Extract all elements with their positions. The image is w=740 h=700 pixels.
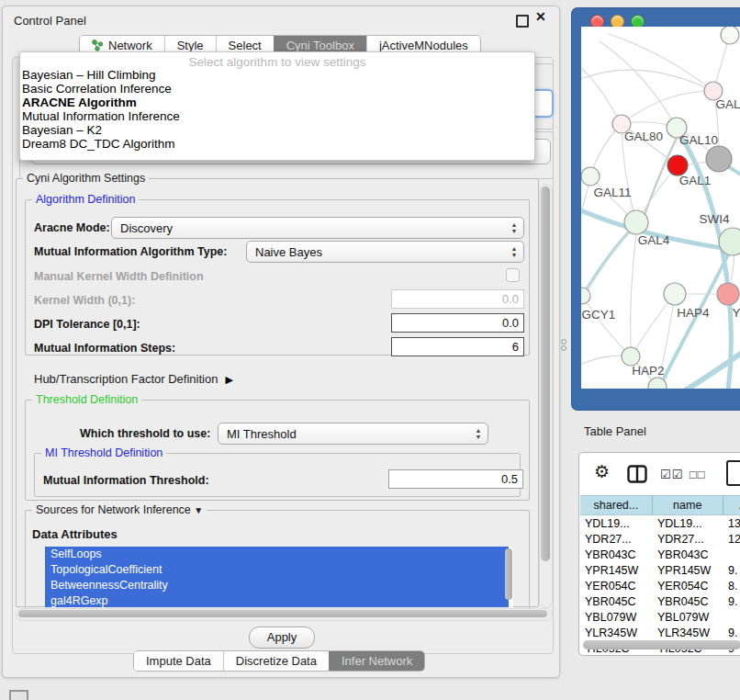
- table-cell: YBR043C: [653, 548, 723, 561]
- table-cell: YBR045C: [580, 595, 653, 608]
- network-node-y[interactable]: [717, 283, 739, 305]
- network-edge: [581, 70, 713, 91]
- mi-threshold-field[interactable]: 0.5: [388, 469, 523, 489]
- data-attribute-item[interactable]: BetweennessCentrality: [45, 578, 509, 593]
- panel-splitter-grip[interactable]: [561, 338, 566, 349]
- data-attribute-item[interactable]: SelfLoops: [45, 547, 509, 562]
- select-all-icon[interactable]: ☑☑: [660, 468, 683, 481]
- combo-arrows-icon: ▲▼: [507, 245, 523, 258]
- node-label-gal11: GAL11: [593, 186, 631, 199]
- deselect-all-icon[interactable]: □□: [690, 468, 706, 481]
- network-node[interactable]: [721, 27, 739, 44]
- control-panel-title: Control Panel: [14, 12, 86, 30]
- network-node[interactable]: [706, 146, 732, 172]
- table-row[interactable]: YDL19...YDL19...13: [580, 515, 740, 531]
- tab-label: Style: [177, 39, 204, 52]
- network-node-hap2[interactable]: [622, 347, 640, 366]
- tab-infer-network[interactable]: Infer Network: [329, 651, 424, 671]
- network-edge: [631, 234, 636, 347]
- table-hscrollbar-thumb[interactable]: [583, 640, 740, 649]
- node-label-gal10: GAL10: [679, 133, 718, 147]
- column-header-name[interactable]: name: [653, 495, 723, 515]
- node-label-hap4: HAP4: [677, 306, 710, 320]
- table-row[interactable]: YBL079WYBL079W: [580, 609, 740, 625]
- apply-button[interactable]: Apply: [249, 627, 315, 649]
- table-cell: 13: [723, 517, 740, 530]
- network-node-gal4[interactable]: [624, 210, 648, 234]
- table-cell: YBR043C: [580, 548, 653, 561]
- table-panel-strip: Table Panel: [564, 413, 740, 448]
- cyni-settings-title: Cyni Algorithm Settings: [23, 172, 149, 185]
- control-panel-window: Control Panel ✕ NetworkStyleSelectCyni T…: [2, 6, 560, 678]
- hub-definition-label: Hub/Transcription Factor Definition: [34, 372, 218, 386]
- settings-hscrollbar-thumb[interactable]: [18, 610, 547, 617]
- export-table-icon[interactable]: [726, 460, 740, 486]
- network-node-gcy1[interactable]: [581, 288, 590, 304]
- node-label-y: Y: [732, 306, 740, 320]
- tab-discretize-data[interactable]: Discretize Data: [223, 651, 329, 671]
- mi-steps-label: Mutual Information Steps:: [34, 342, 175, 355]
- mi-steps-field[interactable]: 6: [391, 337, 524, 356]
- kernel-width-label: Kernel Width (0,1):: [34, 294, 135, 307]
- column-header-shared-[interactable]: shared...: [580, 495, 653, 515]
- aracne-mode-value: Discovery: [112, 221, 507, 235]
- table-row[interactable]: YDR27...YDR27...12: [580, 531, 740, 547]
- settings-vscrollbar-thumb[interactable]: [541, 186, 550, 561]
- table-cell: YDR27...: [653, 533, 723, 546]
- mi-type-combobox[interactable]: Naive Bayes ▲▼: [246, 241, 524, 263]
- which-threshold-combobox[interactable]: MI Threshold ▲▼: [218, 423, 488, 445]
- algorithm-option-basic-correlation-inference[interactable]: Basic Correlation Inference: [22, 82, 533, 96]
- column-header-a[interactable]: A: [723, 495, 740, 515]
- algorithm-option-bayesian-k2[interactable]: Bayesian – K2: [22, 123, 533, 137]
- table-row[interactable]: YER054CYER054C8.: [580, 578, 740, 593]
- network-edge: [582, 296, 631, 356]
- node-table: shared...nameA YDL19...YDL19...13YDR27..…: [580, 495, 740, 656]
- split-columns-icon[interactable]: [627, 465, 647, 487]
- network-node-gal11[interactable]: [581, 167, 600, 186]
- network-edge: [609, 34, 713, 91]
- table-cell: YPR145W: [653, 564, 723, 577]
- table-cell: 9.: [723, 627, 740, 639]
- tab-impute-data[interactable]: Impute Data: [134, 651, 223, 671]
- threshold-definition-title: Threshold Definition: [32, 393, 141, 406]
- table-row[interactable]: YPR145WYPR145W9.: [580, 562, 740, 578]
- which-threshold-value: MI Threshold: [219, 427, 471, 441]
- algorithm-option-dream8-dc-tdc-algorithm[interactable]: Dream8 DC_TDC Algorithm: [22, 137, 533, 151]
- close-panel-icon[interactable]: ✕: [535, 9, 546, 24]
- gear-icon[interactable]: ⚙: [594, 461, 610, 482]
- table-cell: YBL079W: [580, 611, 653, 624]
- which-threshold-label: Which threshold to use:: [80, 427, 210, 440]
- aracne-mode-combobox[interactable]: Discovery ▲▼: [111, 217, 524, 239]
- table-cell: YDR27...: [580, 533, 653, 546]
- dock-panel-icon[interactable]: [9, 690, 28, 700]
- data-attribute-item[interactable]: gal4RGexp: [45, 593, 509, 607]
- node-label-gal1: GAL1: [679, 174, 712, 187]
- network-node-gal1[interactable]: [667, 155, 688, 175]
- bottom-tabbar: Impute DataDiscretize DataInfer Network: [133, 650, 425, 672]
- table-cell: YER054C: [580, 580, 653, 593]
- application-root: Control Panel ✕ NetworkStyleSelectCyni T…: [0, 0, 740, 700]
- algorithm-option-bayesian-hill-climbing[interactable]: Bayesian – Hill Climbing: [22, 68, 533, 82]
- hub-definition-toggle[interactable]: Hub/Transcription Factor Definition▶: [34, 372, 233, 386]
- table-cell: 12: [723, 533, 740, 546]
- algorithm-option-mutual-information-inference[interactable]: Mutual Information Inference: [22, 109, 533, 123]
- dpi-tolerance-field[interactable]: 0.0: [391, 313, 524, 333]
- attributes-scrollbar-thumb[interactable]: [505, 548, 512, 600]
- network-canvas[interactable]: GALGAL80GAL10GAL1GAL11GAL4SWI4GCY1HAP4YH…: [581, 27, 740, 389]
- sources-title: Sources for Network Inference ▼: [32, 503, 207, 516]
- table-cell: 9.: [723, 595, 740, 608]
- float-panel-icon[interactable]: [516, 15, 529, 28]
- tab-label: Discretize Data: [236, 654, 317, 668]
- network-node-hap4[interactable]: [664, 283, 686, 305]
- data-attribute-item[interactable]: TopologicalCoefficient: [45, 562, 509, 578]
- table-row[interactable]: YBR045CYBR045C9.: [580, 593, 740, 609]
- table-body: YDL19...YDL19...13YDR27...YDR27...12YBR0…: [580, 515, 740, 656]
- table-row[interactable]: YLR345WYLR345W9.: [580, 625, 740, 640]
- table-row[interactable]: YBR043CYBR043C: [580, 547, 740, 562]
- table-cell: 8.: [723, 580, 740, 593]
- table-cell: YDL19...: [580, 517, 653, 530]
- algorithm-option-aracne-algorithm[interactable]: ARACNE Algorithm: [22, 96, 533, 109]
- kernel-width-field: 0.0: [391, 289, 524, 309]
- combo-arrows-icon: ▲▼: [507, 221, 523, 234]
- algorithm-dropdown-popup: Select algorithm to view settings Bayesi…: [19, 51, 535, 161]
